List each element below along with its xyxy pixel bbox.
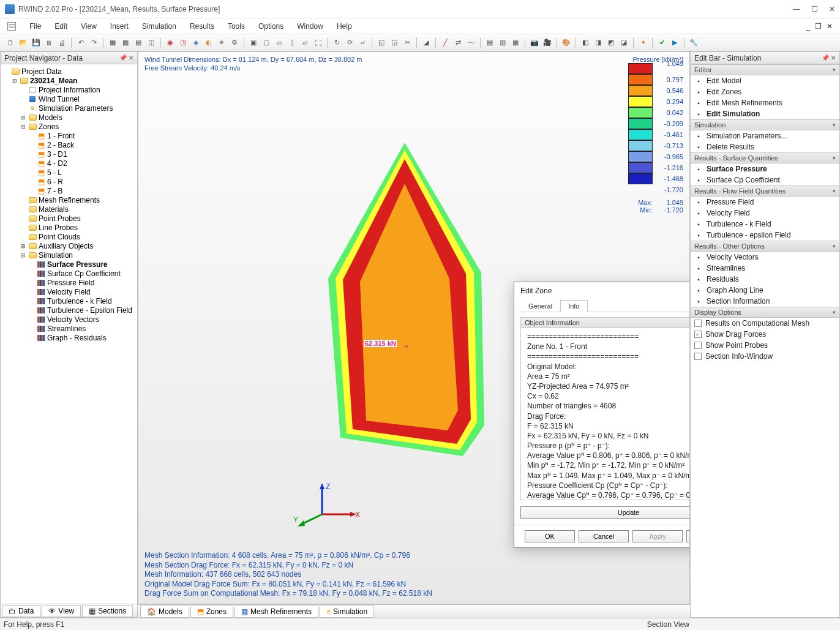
play-icon[interactable]: ▶: [669, 37, 680, 48]
tab-view[interactable]: 👁View: [42, 605, 81, 617]
iso-icon[interactable]: ◱: [376, 37, 387, 48]
menu-help[interactable]: Help: [337, 22, 352, 31]
check-icon[interactable]: ✔: [656, 37, 667, 48]
rs-item[interactable]: ▪Turbulence - epsilon Field: [691, 230, 839, 241]
pin-icon[interactable]: 📌 ✕: [119, 54, 133, 61]
redo-icon[interactable]: ↷: [88, 37, 99, 48]
menu-file[interactable]: File: [29, 22, 41, 31]
extra4-icon[interactable]: ◪: [618, 37, 629, 48]
view2-icon[interactable]: ▢: [261, 37, 272, 48]
tree-item[interactable]: Line Probes: [2, 223, 136, 232]
tree-item[interactable]: Turbulence - k Field: [2, 296, 136, 306]
rs-item[interactable]: ▪Surface Pressure: [691, 163, 839, 174]
editbar-pin-icon[interactable]: 📌 ✕: [822, 54, 836, 61]
tree-item[interactable]: Surface Cp Coefficient: [2, 269, 136, 278]
tree-item[interactable]: Point Probes: [2, 214, 136, 223]
extra1-icon[interactable]: ◧: [580, 37, 591, 48]
zoom-fit-icon[interactable]: ⛶: [312, 37, 323, 48]
tab-data[interactable]: 🗀Data: [2, 605, 40, 617]
tree-item[interactable]: ⬒7 - B: [2, 186, 136, 195]
rs-check-item[interactable]: Section Info-Window: [691, 351, 839, 362]
save-as-icon[interactable]: 🗎: [43, 37, 54, 48]
tree-item[interactable]: ⊟230214_Mean: [2, 76, 136, 85]
tree-item[interactable]: Project Data: [2, 67, 136, 76]
wand-icon[interactable]: ✦: [637, 37, 648, 48]
camera-icon[interactable]: 📷: [529, 37, 540, 48]
tree-item[interactable]: Velocity Field: [2, 287, 136, 296]
rs-item[interactable]: ▪Delete Results: [691, 141, 839, 152]
rs-section[interactable]: Display Options▾: [691, 307, 839, 318]
tab-sections[interactable]: ▦Sections: [82, 605, 133, 617]
mesh-icon[interactable]: ▤: [133, 37, 144, 48]
apply-button[interactable]: Apply: [632, 530, 683, 542]
view5-icon[interactable]: ▱: [299, 37, 310, 48]
snap-icon[interactable]: ▩: [120, 37, 131, 48]
tree-item[interactable]: Graph - Residuals: [2, 333, 136, 342]
rs-item[interactable]: ▪Velocity Field: [691, 208, 839, 219]
rotate2-icon[interactable]: ⤾: [357, 37, 368, 48]
menu-results[interactable]: Results: [190, 22, 214, 31]
tab-info[interactable]: Info: [560, 300, 587, 312]
rs-item[interactable]: ▪Edit Simulation: [691, 108, 839, 119]
rs-item[interactable]: ▪Edit Model: [691, 75, 839, 86]
tree-item[interactable]: Streamlines: [2, 324, 136, 333]
rs-section[interactable]: Results - Surface Quantities▾: [691, 152, 839, 163]
section-icon[interactable]: ✂: [402, 37, 413, 48]
btab-zones[interactable]: ⬒Zones: [190, 606, 233, 618]
layers1-icon[interactable]: ▤: [484, 37, 495, 48]
results1-icon[interactable]: ◉: [165, 37, 176, 48]
nav-tree[interactable]: Project Data⊟230214_MeanProject Informat…: [1, 64, 137, 604]
slash-icon[interactable]: ╱: [440, 37, 451, 48]
rs-section[interactable]: Simulation▾: [691, 119, 839, 130]
tree-item[interactable]: ⬒4 - D2: [2, 159, 136, 168]
mdi-close-icon[interactable]: ✕: [827, 22, 833, 31]
arrows-icon[interactable]: ⇄: [452, 37, 463, 48]
tree-item[interactable]: Point Clouds: [2, 232, 136, 241]
mdi-minimize-icon[interactable]: _: [806, 22, 810, 31]
rs-check-item[interactable]: ✓Show Drag Forces: [691, 329, 839, 340]
rs-item[interactable]: ▪Streamlines: [691, 263, 839, 274]
tree-item[interactable]: ≡Simulation Parameters: [2, 103, 136, 113]
close-icon[interactable]: ✕: [829, 5, 835, 13]
new-icon[interactable]: 🗋: [5, 37, 16, 48]
btab-sim[interactable]: ≡Simulation: [320, 606, 374, 618]
rs-item[interactable]: ▪Residuals: [691, 274, 839, 285]
tab-general[interactable]: General: [520, 300, 560, 312]
rs-item[interactable]: ▪Surface Cp Coefficient: [691, 174, 839, 186]
menu-view[interactable]: View: [81, 22, 97, 31]
paint-icon[interactable]: 🎨: [561, 37, 572, 48]
colors-icon[interactable]: 🔧: [688, 37, 699, 48]
results6-icon[interactable]: ⚙: [229, 37, 240, 48]
view3-icon[interactable]: ▭: [274, 37, 285, 48]
layers2-icon[interactable]: ▥: [497, 37, 508, 48]
tree-item[interactable]: ⬒2 - Back: [2, 140, 136, 149]
view1-icon[interactable]: ▣: [248, 37, 259, 48]
btab-mesh[interactable]: ▦Mesh Refinements: [234, 606, 318, 618]
extra3-icon[interactable]: ◩: [606, 37, 617, 48]
tree-item[interactable]: Turbulence - Epsilon Field: [2, 306, 136, 315]
rotate-icon[interactable]: ↻: [331, 37, 342, 48]
render1-icon[interactable]: ◢: [421, 37, 432, 48]
tree-item[interactable]: Project Information: [2, 85, 136, 94]
tool-camera-icon[interactable]: 🎥: [542, 37, 553, 48]
rs-item[interactable]: ▪Pressure Field: [691, 197, 839, 208]
tree-item[interactable]: ⬒5 - L: [2, 168, 136, 177]
menu-options[interactable]: Options: [258, 22, 283, 31]
menu-edit[interactable]: Edit: [54, 22, 67, 31]
tree-item[interactable]: Wind Tunnel: [2, 94, 136, 103]
rs-item[interactable]: ▪Velocity Vectors: [691, 252, 839, 263]
results5-icon[interactable]: ☀: [216, 37, 227, 48]
stream-icon[interactable]: 〰: [465, 37, 476, 48]
open-icon[interactable]: 📂: [18, 37, 29, 48]
menu-insert[interactable]: Insert: [110, 22, 129, 31]
results3-icon[interactable]: ◈: [190, 37, 201, 48]
cancel-button[interactable]: Cancel: [579, 530, 629, 542]
rs-check-item[interactable]: Show Point Probes: [691, 340, 839, 351]
tree-item[interactable]: ⊟Zones: [2, 122, 136, 131]
object-info-text[interactable]: ==========================Zone No. 1 - F…: [521, 328, 690, 500]
tree-item[interactable]: Velocity Vectors: [2, 315, 136, 324]
tree-item[interactable]: Pressure Field: [2, 278, 136, 287]
maximize-icon[interactable]: ☐: [811, 5, 818, 13]
view4-icon[interactable]: ▯: [287, 37, 298, 48]
tree-item[interactable]: ⊟Simulation: [2, 250, 136, 260]
